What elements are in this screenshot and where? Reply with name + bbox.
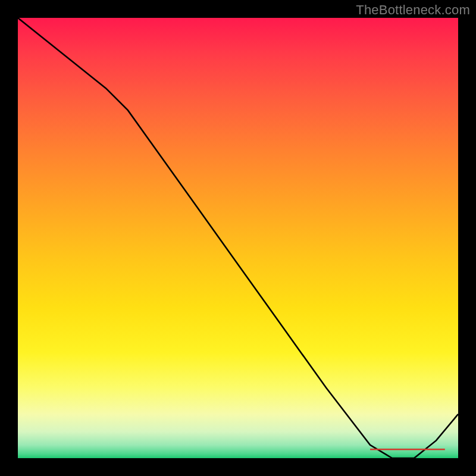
watermark-text: TheBottleneck.com (356, 2, 470, 18)
plot-area (18, 18, 458, 458)
bottleneck-curve-line (18, 18, 458, 458)
chart-svg (18, 18, 458, 458)
chart-frame: TheBottleneck.com (0, 0, 476, 476)
